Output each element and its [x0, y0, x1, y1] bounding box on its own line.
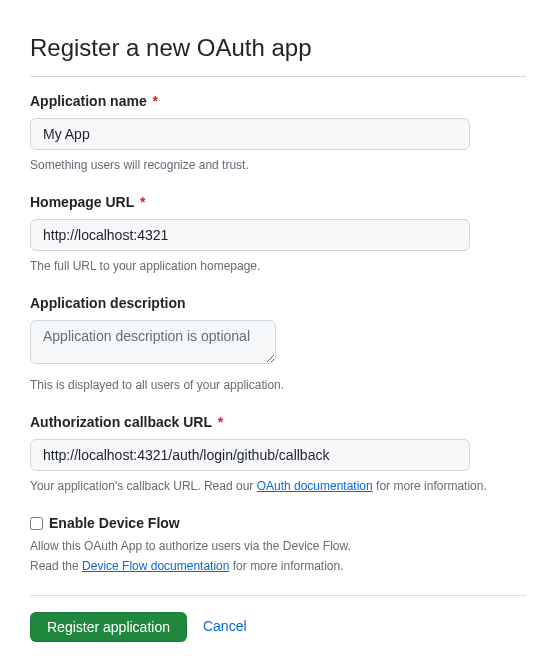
- callback-url-input[interactable]: [30, 439, 470, 471]
- field-callback-url: Authorization callback URL * Your applic…: [30, 412, 526, 495]
- desc-prefix: Read the: [30, 559, 82, 573]
- homepage-url-hint: The full URL to your application homepag…: [30, 257, 526, 275]
- cancel-link[interactable]: Cancel: [203, 616, 247, 637]
- required-mark: *: [216, 414, 223, 430]
- device-flow-label: Enable Device Flow: [49, 513, 180, 534]
- label-text: Application name: [30, 93, 147, 109]
- application-description-input[interactable]: [30, 320, 276, 364]
- field-application-name: Application name * Something users will …: [30, 91, 526, 174]
- page-title: Register a new OAuth app: [30, 30, 526, 77]
- hint-suffix: for more information.: [373, 479, 487, 493]
- application-description-hint: This is displayed to all users of your a…: [30, 376, 526, 394]
- callback-url-label: Authorization callback URL *: [30, 412, 526, 433]
- label-text: Authorization callback URL: [30, 414, 212, 430]
- oauth-documentation-link[interactable]: OAuth documentation: [257, 479, 373, 493]
- register-application-button[interactable]: Register application: [30, 612, 187, 642]
- required-mark: *: [138, 194, 145, 210]
- application-name-label: Application name *: [30, 91, 526, 112]
- required-mark: *: [151, 93, 158, 109]
- homepage-url-input[interactable]: [30, 219, 470, 251]
- application-description-label: Application description: [30, 293, 526, 314]
- desc-suffix: for more information.: [229, 559, 343, 573]
- desc-line1: Allow this OAuth App to authorize users …: [30, 539, 351, 553]
- homepage-url-label: Homepage URL *: [30, 192, 526, 213]
- field-device-flow: Enable Device Flow Allow this OAuth App …: [30, 513, 526, 577]
- hint-prefix: Your application's callback URL. Read ou…: [30, 479, 257, 493]
- label-text: Application description: [30, 295, 186, 311]
- device-flow-documentation-link[interactable]: Device Flow documentation: [82, 559, 229, 573]
- application-name-input[interactable]: [30, 118, 470, 150]
- footer-divider: [30, 595, 526, 596]
- device-flow-desc: Allow this OAuth App to authorize users …: [30, 536, 526, 577]
- label-text: Homepage URL: [30, 194, 134, 210]
- application-name-hint: Something users will recognize and trust…: [30, 156, 526, 174]
- callback-url-hint: Your application's callback URL. Read ou…: [30, 477, 526, 495]
- device-flow-checkbox[interactable]: [30, 517, 43, 530]
- field-homepage-url: Homepage URL * The full URL to your appl…: [30, 192, 526, 275]
- field-application-description: Application description This is displaye…: [30, 293, 526, 394]
- form-actions: Register application Cancel: [30, 612, 526, 642]
